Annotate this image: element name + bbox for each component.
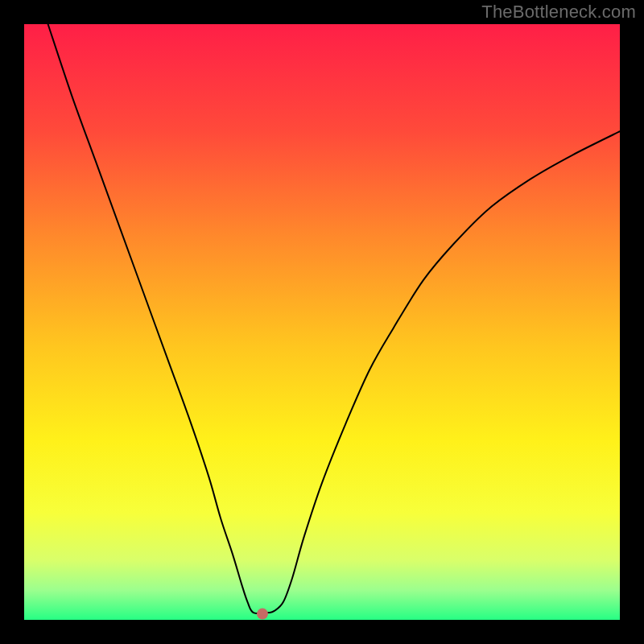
bottleneck-chart xyxy=(0,0,644,644)
watermark-text: TheBottleneck.com xyxy=(481,2,636,23)
plot-background xyxy=(24,24,620,620)
chart-frame: { "watermark": "TheBottleneck.com", "cha… xyxy=(0,0,644,644)
minimum-marker xyxy=(257,609,268,620)
